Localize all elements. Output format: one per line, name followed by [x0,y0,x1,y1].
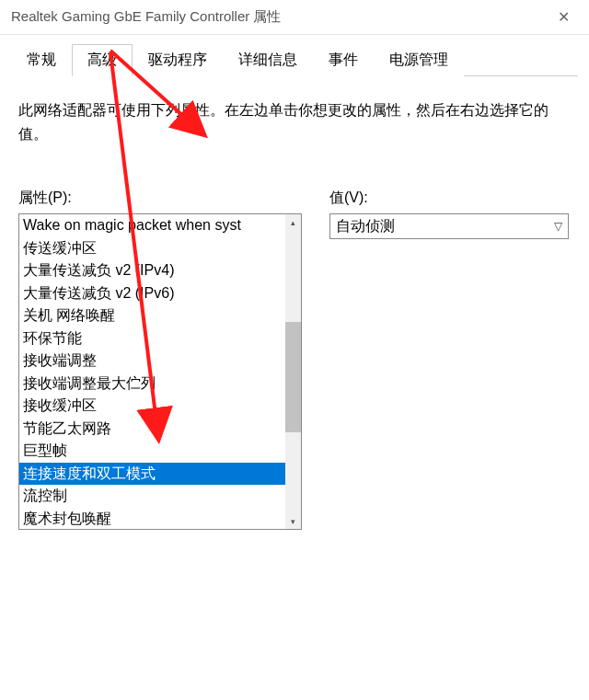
scroll-up-icon[interactable]: ▴ [285,214,301,230]
property-listbox[interactable]: Wake on magic packet when syst传送缓冲区大量传送减… [18,213,302,530]
value-combobox[interactable]: 自动侦测 ▽ [329,213,569,239]
property-item[interactable]: 接收缓冲区 [19,395,285,418]
property-item[interactable]: Wake on magic packet when syst [19,214,285,237]
scrollbar-track[interactable] [285,230,301,513]
property-item[interactable]: 连接速度和双工模式 [19,463,285,486]
tab-general[interactable]: 常规 [11,44,72,76]
tab-events[interactable]: 事件 [313,44,374,76]
tab-content: 此网络适配器可使用下列属性。在左边单击你想更改的属性，然后在右边选择它的值。 属… [0,76,589,539]
property-item[interactable]: 魔术封包唤醒 [19,508,285,530]
titlebar: Realtek Gaming GbE Family Controller 属性 … [0,0,589,35]
scrollbar-thumb[interactable] [285,322,301,432]
tab-strip: 常规 高级 驱动程序 详细信息 事件 电源管理 [11,44,578,76]
property-item[interactable]: 节能乙太网路 [19,418,285,441]
listbox-scrollbar[interactable]: ▴ ▾ [285,214,301,529]
property-label: 属性(P): [18,189,302,208]
property-item[interactable]: 大量传送减负 v2 (IPv4) [19,259,285,282]
tab-details[interactable]: 详细信息 [223,44,313,76]
property-item[interactable]: 接收端调整最大伫列 [19,373,285,396]
description-text: 此网络适配器可使用下列属性。在左边单击你想更改的属性，然后在右边选择它的值。 [18,98,571,146]
scroll-down-icon[interactable]: ▾ [285,513,301,529]
close-icon[interactable]: ✕ [545,0,582,35]
property-item[interactable]: 接收端调整 [19,350,285,373]
value-selected: 自动侦测 [336,217,395,236]
property-item[interactable]: 巨型帧 [19,440,285,463]
property-item[interactable]: 流控制 [19,485,285,508]
value-label: 值(V): [329,189,571,208]
property-item[interactable]: 关机 网络唤醒 [19,304,285,327]
property-item[interactable]: 大量传送减负 v2 (IPv6) [19,282,285,305]
tab-power[interactable]: 电源管理 [374,44,464,76]
property-item[interactable]: 传送缓冲区 [19,237,285,260]
chevron-down-icon: ▽ [554,220,562,233]
tab-advanced[interactable]: 高级 [72,44,133,76]
property-item[interactable]: 环保节能 [19,327,285,350]
tab-driver[interactable]: 驱动程序 [133,44,223,76]
window-title: Realtek Gaming GbE Family Controller 属性 [11,8,545,26]
